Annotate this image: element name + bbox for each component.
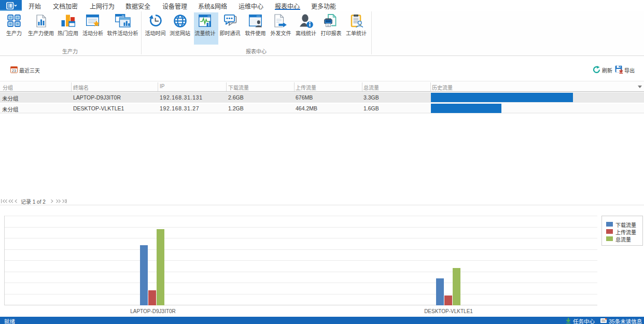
svg-text:23: 23 xyxy=(12,69,16,73)
